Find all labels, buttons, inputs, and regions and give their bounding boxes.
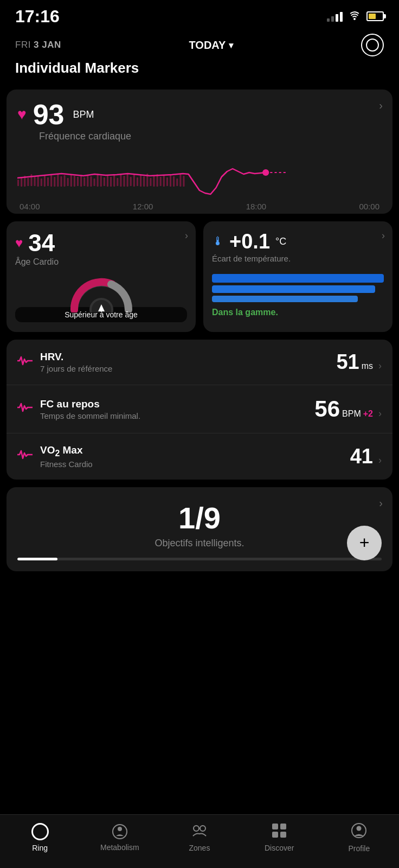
header-date: FRI 3 JAN: [15, 40, 61, 50]
svg-rect-20: [83, 177, 85, 186]
nav-item-ring[interactable]: Ring: [13, 823, 67, 852]
hr-header: ♥ 93 BPM: [17, 100, 382, 129]
svg-rect-17: [74, 176, 75, 187]
temp-header: 🌡 +0.1 °C: [212, 231, 384, 252]
vo2-arrow-icon: ›: [378, 455, 382, 466]
goals-progress-fill: [17, 558, 57, 560]
svg-rect-9: [47, 177, 49, 186]
nav-item-discover[interactable]: Discover: [252, 823, 306, 852]
svg-rect-6: [37, 176, 39, 187]
card-arrow-icon: ›: [379, 99, 383, 112]
battery-icon: [366, 11, 384, 21]
hrv-value: 51: [336, 350, 359, 374]
vo2-info: VO2 Max Fitness Cardio: [40, 444, 350, 469]
temp-unit: °C: [275, 236, 286, 247]
nav-label-metabolism: Metabolism: [100, 843, 139, 852]
hrv-arrow-icon: ›: [378, 360, 382, 372]
svg-point-57: [118, 827, 122, 831]
svg-rect-48: [176, 178, 178, 186]
svg-rect-33: [127, 173, 128, 187]
hr-value: 93: [33, 100, 65, 129]
vo2-max-row[interactable]: VO2 Max Fitness Cardio 41 ›: [7, 433, 392, 480]
temp-label: Écart de température.: [212, 254, 384, 263]
nav-label-profile: Profile: [349, 844, 370, 853]
goals-card[interactable]: › 1/9 Objectifs intelligents. +: [7, 487, 392, 571]
svg-rect-23: [94, 178, 95, 186]
heart-rate-chart: 04:00 12:00 18:00 00:00: [17, 150, 382, 204]
heart-rate-card[interactable]: › ♥ 93 BPM Fréquence cardiaque: [7, 90, 392, 214]
svg-rect-27: [107, 175, 108, 187]
svg-rect-16: [70, 174, 72, 187]
nav-item-zones[interactable]: Zones: [172, 823, 227, 852]
add-goal-button[interactable]: +: [347, 526, 382, 560]
svg-rect-35: [133, 175, 135, 187]
zones-icon: [191, 823, 208, 840]
svg-rect-7: [41, 178, 42, 186]
fc-repos-unit: BPM: [342, 409, 361, 419]
nav-item-metabolism[interactable]: Metabolism: [93, 824, 147, 852]
fc-repos-arrow-icon: ›: [378, 408, 382, 419]
svg-rect-30: [117, 178, 118, 186]
header: FRI 3 JAN TODAY ▾ Individual Markers: [0, 29, 399, 83]
svg-rect-31: [120, 174, 121, 187]
chart-time-3: 18:00: [246, 202, 267, 211]
cardio-header: ♥ 34: [15, 231, 187, 255]
chart-time-2: 12:00: [133, 202, 153, 211]
svg-rect-26: [104, 177, 105, 186]
vo2-value: 41: [350, 445, 373, 468]
status-time: 17:16: [15, 7, 60, 27]
svg-rect-44: [163, 175, 165, 187]
nav-label-discover: Discover: [265, 844, 294, 852]
hrv-pulse-icon: [17, 355, 33, 370]
svg-rect-0: [17, 180, 19, 186]
svg-point-59: [200, 826, 205, 831]
svg-rect-50: [183, 176, 184, 187]
svg-rect-12: [57, 174, 59, 187]
svg-rect-47: [173, 176, 175, 187]
chart-time-1: 04:00: [20, 202, 40, 211]
svg-rect-43: [160, 177, 162, 186]
svg-rect-14: [64, 175, 66, 187]
thermometer-icon: 🌡: [212, 234, 224, 248]
hrv-unit: ms: [362, 361, 373, 371]
status-bar: 17:16: [0, 0, 399, 29]
nav-item-profile[interactable]: Profile: [332, 822, 386, 853]
cardio-age-arrow-icon: ›: [185, 230, 188, 241]
svg-rect-34: [130, 177, 132, 186]
hrv-name: HRV.: [40, 351, 336, 363]
hrv-sub: 7 jours de référence: [40, 364, 336, 373]
heart-icon-small: ♥: [15, 235, 23, 251]
cardio-age-label: Âge Cardio: [15, 257, 187, 267]
hr-label: Fréquence cardiaque: [39, 131, 382, 142]
nav-label-zones: Zones: [189, 844, 210, 852]
svg-rect-21: [87, 175, 88, 187]
svg-rect-32: [123, 176, 125, 187]
temp-bars: [212, 274, 384, 302]
svg-rect-15: [67, 178, 69, 186]
cardio-age-value: 34: [28, 231, 55, 255]
svg-rect-22: [90, 176, 92, 187]
fc-repos-info: FC au repos Temps de sommeil minimal.: [40, 398, 314, 420]
scan-icon[interactable]: [361, 34, 384, 56]
status-icons: [327, 10, 384, 23]
nav-label-ring: Ring: [32, 844, 48, 852]
today-button[interactable]: TODAY ▾: [189, 39, 233, 52]
cardio-age-card[interactable]: › ♥ 34 Âge Cardio Supérieur à votre âge: [7, 221, 196, 332]
heart-icon: ♥: [17, 106, 27, 123]
temperature-card[interactable]: › 🌡 +0.1 °C Écart de température. Dans l…: [203, 221, 392, 332]
vo2-value-container: 41 ›: [350, 445, 382, 468]
fc-pulse-icon: [17, 401, 33, 417]
svg-rect-63: [280, 832, 286, 838]
hrv-row[interactable]: HRV. 7 jours de référence 51 ms ›: [7, 340, 392, 385]
svg-rect-46: [170, 175, 171, 187]
hrv-value-container: 51 ms ›: [336, 350, 382, 374]
fc-repos-row[interactable]: FC au repos Temps de sommeil minimal. 56…: [7, 385, 392, 433]
svg-rect-28: [110, 177, 112, 187]
svg-rect-13: [60, 176, 62, 187]
wifi-icon: [348, 10, 361, 23]
chart-times: 04:00 12:00 18:00 00:00: [17, 202, 382, 211]
hr-unit: BPM: [73, 109, 94, 120]
in-range-label: Dans la gamme.: [212, 308, 384, 317]
fc-repos-sub: Temps de sommeil minimal.: [40, 411, 314, 420]
fc-repos-name: FC au repos: [40, 398, 314, 410]
